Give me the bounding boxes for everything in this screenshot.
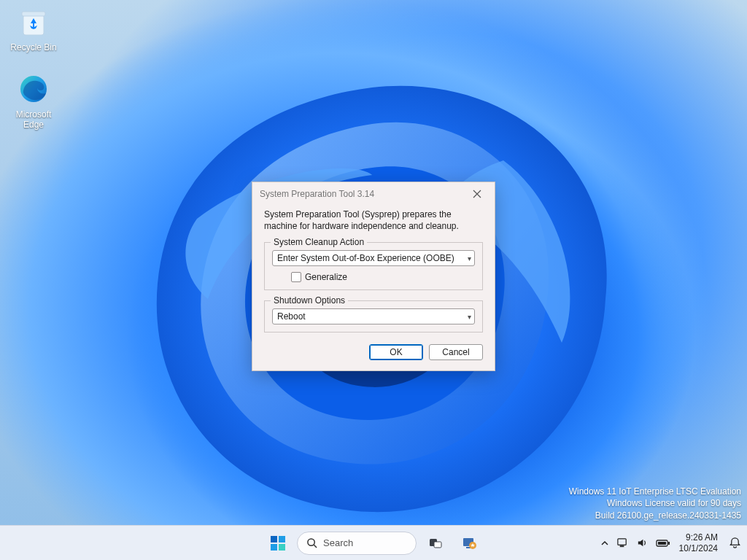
start-button[interactable]: [263, 529, 293, 558]
task-view-icon: [427, 535, 444, 551]
task-view-button[interactable]: [421, 529, 450, 558]
svg-rect-15: [617, 539, 625, 545]
recycle-bin-icon: [16, 4, 51, 39]
chevron-down-icon: ▾: [468, 254, 471, 262]
dialog-buttons: OK Cancel: [264, 343, 483, 360]
taskbar-center: Search: [263, 526, 484, 560]
group-legend: Shutdown Options: [271, 295, 348, 306]
svg-rect-18: [668, 542, 670, 545]
close-icon: [473, 190, 481, 198]
titlebar[interactable]: System Preparation Tool 3.14: [252, 182, 495, 206]
search-placeholder: Search: [323, 537, 353, 548]
close-button[interactable]: [465, 184, 489, 204]
generalize-row: Generalize: [272, 272, 475, 282]
battery-icon[interactable]: [656, 538, 670, 548]
shutdown-option-select[interactable]: Reboot ▾: [272, 308, 475, 324]
taskbar-app-sysprep[interactable]: [454, 529, 484, 558]
volume-icon[interactable]: [636, 537, 649, 549]
edge-icon: [16, 71, 51, 106]
search-icon: [306, 537, 317, 548]
svg-rect-7: [279, 544, 285, 551]
svg-line-9: [314, 545, 317, 548]
watermark-line: Build 26100.ge_release.240331-1435: [569, 510, 741, 522]
svg-rect-5: [279, 536, 285, 542]
svg-rect-6: [271, 544, 277, 551]
watermark-line: Windows 11 IoT Enterprise LTSC Evaluatio…: [569, 486, 741, 498]
desktop-icon-label: Microsoft Edge: [6, 109, 61, 131]
desktop-icon-edge[interactable]: Microsoft Edge: [6, 71, 61, 131]
dialog-intro-text: System Preparation Tool (Sysprep) prepar…: [264, 209, 483, 232]
system-tray: [600, 537, 670, 549]
watermark-line: Windows License valid for 90 days: [569, 497, 741, 510]
sysprep-dialog: System Preparation Tool 3.14 System Prep…: [252, 182, 495, 371]
network-icon[interactable]: [616, 537, 629, 549]
tray-overflow-button[interactable]: [600, 539, 609, 548]
group-system-cleanup: System Cleanup Action Enter System Out-o…: [264, 242, 483, 290]
checkbox-label: Generalize: [305, 272, 347, 282]
button-label: OK: [390, 347, 402, 357]
group-legend: System Cleanup Action: [271, 237, 367, 247]
svg-rect-16: [619, 545, 624, 547]
generalize-checkbox[interactable]: [291, 272, 301, 282]
bell-icon: [729, 537, 741, 549]
windows-logo-icon: [269, 534, 287, 552]
svg-point-8: [308, 539, 314, 545]
cancel-button[interactable]: Cancel: [429, 344, 483, 360]
desktop-icon-recycle-bin[interactable]: Recycle Bin: [6, 4, 61, 52]
window-title: System Preparation Tool 3.14: [260, 189, 465, 199]
desktop-watermark: Windows 11 IoT Enterprise LTSC Evaluatio…: [569, 486, 741, 522]
group-shutdown-options: Shutdown Options Reboot ▾: [264, 300, 483, 332]
chevron-up-icon: [600, 539, 609, 548]
svg-rect-4: [271, 536, 277, 542]
desktop-icon-label: Recycle Bin: [6, 42, 61, 52]
notifications-button[interactable]: [727, 535, 743, 551]
taskbar: Search: [0, 525, 747, 560]
clock-time: 9:26 AM: [679, 532, 718, 542]
button-label: Cancel: [442, 347, 469, 357]
taskbar-search[interactable]: Search: [297, 532, 417, 555]
dialog-body: System Preparation Tool (Sysprep) prepar…: [252, 206, 495, 370]
select-value: Enter System Out-of-Box Experience (OOBE…: [277, 253, 454, 263]
taskbar-clock[interactable]: 9:26 AM 10/1/2024: [679, 532, 718, 553]
cleanup-action-select[interactable]: Enter System Out-of-Box Experience (OOBE…: [272, 250, 475, 266]
svg-rect-11: [434, 542, 441, 548]
svg-rect-2: [22, 12, 45, 16]
svg-rect-19: [658, 542, 666, 545]
chevron-down-icon: ▾: [468, 313, 471, 321]
taskbar-right: 9:26 AM 10/1/2024: [600, 526, 743, 560]
select-value: Reboot: [277, 311, 306, 322]
ok-button[interactable]: OK: [369, 344, 423, 360]
sysprep-icon: [460, 534, 478, 552]
clock-date: 10/1/2024: [679, 543, 718, 553]
